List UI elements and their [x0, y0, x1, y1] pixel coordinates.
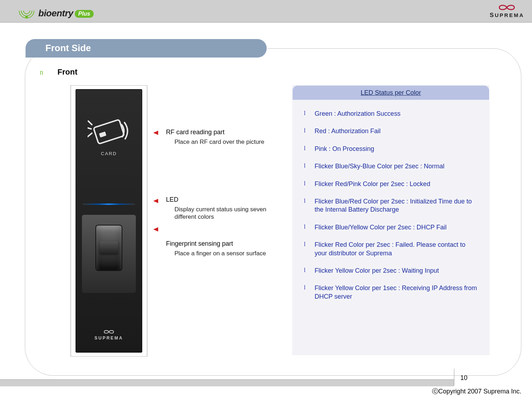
- device-fp-housing: [82, 215, 136, 293]
- page-number: 10: [460, 374, 467, 382]
- copyright-text: ⓒCopyright 2007 Suprema Inc.: [0, 387, 521, 396]
- slide-title-pill: Front Side: [26, 39, 267, 58]
- device-brand-word: SUPREMA: [94, 336, 123, 341]
- footer: 10 ⓒCopyright 2007 Suprema Inc.: [0, 379, 532, 397]
- footer-divider: [454, 369, 454, 386]
- led-bullet: l: [304, 180, 307, 188]
- callout-fp-title: Fingerprint sensing part: [166, 240, 279, 248]
- led-bullet: l: [304, 223, 307, 232]
- led-status-item: lFlicker Blue/Yellow Color per 2sec : DH…: [304, 223, 478, 232]
- brand-main-text: bioentry: [38, 8, 73, 19]
- led-status-item: lFlicker Yellow Color per 1sec : Receivi…: [304, 284, 478, 301]
- led-status-item: lGreen : Authorization Success: [304, 110, 478, 118]
- arrow-rf-icon: [153, 131, 158, 135]
- callout-fp: Fingerprint sensing part Place a finger …: [166, 240, 279, 257]
- device-suprema-loop-icon: [103, 329, 115, 335]
- led-bullet: l: [304, 127, 307, 135]
- led-status-text: Green : Authorization Success: [315, 110, 400, 118]
- led-status-text: Flicker Yellow Color per 1sec : Receivin…: [315, 284, 478, 301]
- led-status-list: lGreen : Authorization SuccesslRed : Aut…: [293, 100, 489, 314]
- brand-block: bioentry Plus: [18, 3, 94, 19]
- device-led-strip: [83, 203, 135, 205]
- slide-title-text: Front Side: [45, 43, 91, 53]
- section-heading: n Front: [40, 67, 77, 77]
- callout-led-title: LED: [166, 196, 279, 203]
- led-bullet: l: [304, 162, 307, 170]
- led-status-text: Flicker Red/Pink Color per 2sec : Locked: [315, 180, 430, 188]
- card-icon: [88, 114, 130, 149]
- device-illustration: CARD SUPREMA: [70, 85, 148, 357]
- led-status-item: lFlicker Blue/Sky-Blue Color per 2sec : …: [304, 162, 478, 170]
- led-status-text: Pink : On Processing: [315, 145, 374, 153]
- arrow-led-icon: [153, 199, 158, 203]
- section-bullet: n: [40, 68, 43, 76]
- device-brand: SUPREMA: [76, 329, 142, 341]
- led-status-text: Red : Authorization Fail: [315, 127, 381, 135]
- led-bullet: l: [304, 110, 307, 118]
- device-fp-sensor: [95, 225, 122, 271]
- callout-led: LED Display current status using seven d…: [166, 196, 279, 221]
- bioentry-logo-icon: [18, 3, 36, 19]
- suprema-loop-icon: [497, 3, 516, 12]
- slide-stage: Front Side n Front CARD: [0, 23, 532, 379]
- led-bullet: l: [304, 284, 307, 301]
- callout-led-desc: Display current status using seven diffe…: [166, 206, 279, 221]
- arrow-fp-icon: [153, 227, 158, 232]
- led-status-text: Flicker Blue/Yellow Color per 2sec : DHC…: [315, 223, 447, 232]
- svg-rect-0: [93, 119, 124, 144]
- led-status-text: Flicker Blue/Sky-Blue Color per 2sec : N…: [315, 162, 444, 170]
- led-status-item: lPink : On Processing: [304, 145, 478, 153]
- callout-rf-title: RF card reading part: [166, 129, 279, 136]
- section-title: Front: [57, 67, 77, 77]
- callout-rf: RF card reading part Place an RF card ov…: [166, 129, 279, 146]
- led-status-item: lFlicker Yellow Color per 2sec : Waiting…: [304, 267, 478, 275]
- led-status-item: lFlicker Blue/Red Color per 2sec : Initi…: [304, 197, 478, 214]
- led-bullet: l: [304, 197, 307, 214]
- callout-fp-desc: Place a finger on a sensor surface: [166, 250, 279, 257]
- brand-plus-badge: Plus: [75, 10, 94, 18]
- led-status-box: LED Status per Color lGreen : Authorizat…: [292, 85, 489, 355]
- device-card-label: CARD: [76, 151, 142, 156]
- footer-bar: [0, 379, 454, 386]
- led-bullet: l: [304, 145, 307, 153]
- led-status-item: lRed : Authorization Fail: [304, 127, 478, 135]
- led-status-text: Flicker Blue/Red Color per 2sec : Initia…: [315, 197, 478, 214]
- led-status-title: LED Status per Color: [293, 86, 489, 100]
- led-status-item: lFlicker Red Color per 2sec : Failed. Pl…: [304, 241, 478, 257]
- brand-text: bioentry Plus: [38, 8, 94, 19]
- led-status-text: Flicker Yellow Color per 2sec : Waiting …: [315, 267, 439, 275]
- suprema-word: SUPREMA: [490, 12, 524, 19]
- callout-rf-desc: Place an RF card over the picture: [166, 138, 279, 146]
- led-bullet: l: [304, 267, 307, 275]
- device-body: CARD SUPREMA: [76, 89, 142, 353]
- header-bar: bioentry Plus SUPREMA: [0, 0, 532, 23]
- svg-rect-1: [99, 131, 106, 137]
- led-status-item: lFlicker Red/Pink Color per 2sec : Locke…: [304, 180, 478, 188]
- suprema-logo: SUPREMA: [490, 3, 524, 19]
- led-status-text: Flicker Red Color per 2sec : Failed. Ple…: [315, 241, 478, 257]
- led-bullet: l: [304, 241, 307, 257]
